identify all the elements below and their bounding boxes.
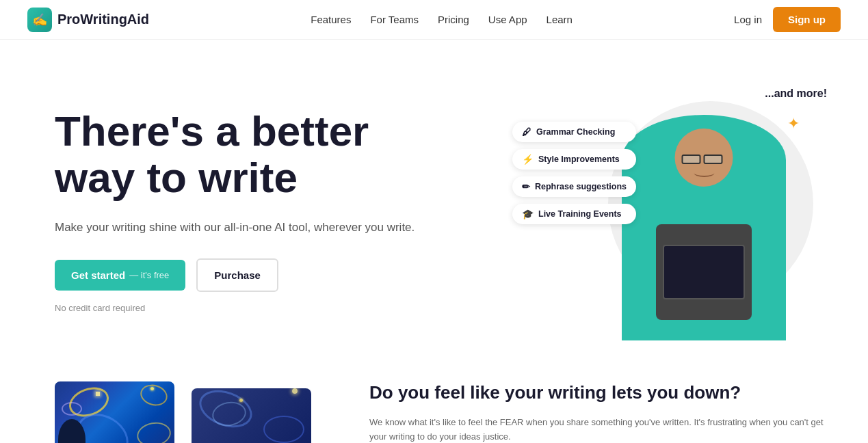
hero-illustration: ...and more! ✦ � [512, 81, 827, 340]
section2-body: We know what it's like to feel the FEAR … [369, 416, 827, 443]
style-icon: ⚡ [522, 154, 534, 165]
main-nav: ✍ ProWritingAid Features For Teams Prici… [0, 0, 868, 40]
pill-rephrase: ✏ Rephrase suggestions [512, 176, 636, 197]
section2-title: Do you feel like your writing lets you d… [369, 381, 827, 405]
hero-title: There's a better way to write [55, 108, 415, 201]
section2-content: Do you feel like your writing lets you d… [369, 381, 827, 443]
pill-grammar: 🖊 Grammar Checking [512, 122, 636, 142]
sparkle-icon: ✦ [787, 115, 800, 133]
pill-training: 🎓 Live Training Events [512, 204, 636, 224]
logo-text: ProWritingAid [57, 12, 149, 27]
art-card-1 [55, 381, 174, 443]
signup-button[interactable]: Sign up [773, 7, 841, 32]
hero-section: There's a better way to write Make your … [0, 40, 868, 368]
get-started-free-label: — it's free [129, 270, 169, 280]
hero-subtitle: Make your writing shine with our all-in-… [55, 218, 415, 237]
section2: My idea in my head Do you feel like your… [0, 368, 868, 443]
feature-pills: 🖊 Grammar Checking ⚡ Style Improvements … [512, 122, 636, 224]
and-more-label: ...and more! [765, 88, 827, 100]
section2-art: My idea in my head [55, 381, 315, 443]
pill-style: ⚡ Style Improvements [512, 149, 636, 170]
nav-link-for-teams[interactable]: For Teams [370, 14, 419, 25]
login-button[interactable]: Log in [734, 14, 762, 25]
training-icon: 🎓 [522, 209, 534, 219]
nav-links: Features For Teams Pricing Use App Learn [311, 14, 573, 25]
nav-link-features[interactable]: Features [311, 14, 351, 25]
logo-icon: ✍ [27, 8, 52, 32]
nav-link-use-app[interactable]: Use App [488, 14, 527, 25]
rephrase-icon: ✏ [522, 181, 530, 192]
hero-content: There's a better way to write Make your … [55, 108, 415, 313]
grammar-icon: 🖊 [522, 126, 531, 137]
art-card-2: My idea in my head [192, 388, 311, 443]
purchase-button[interactable]: Purchase [196, 258, 278, 292]
nav-cta-group: Log in Sign up [734, 7, 841, 32]
nav-link-pricing[interactable]: Pricing [438, 14, 469, 25]
hero-buttons: Get started — it's free Purchase [55, 258, 415, 292]
nav-link-learn[interactable]: Learn [547, 14, 573, 25]
no-credit-card-note: No credit card required [55, 303, 415, 313]
get-started-button[interactable]: Get started — it's free [55, 260, 185, 291]
logo-link[interactable]: ✍ ProWritingAid [27, 8, 149, 32]
